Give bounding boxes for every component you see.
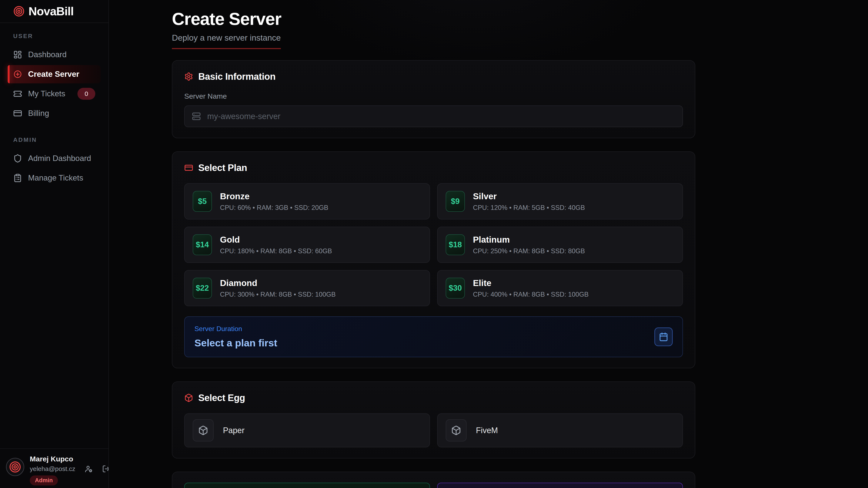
cube-icon: [193, 419, 214, 442]
plan-option-bronze[interactable]: $5 Bronze CPU: 60% • RAM: 3GB • SSD: 20G…: [184, 183, 430, 220]
server-duration-value: Select a plan first: [194, 337, 277, 349]
select-egg-card: Select Egg Paper FiveM: [172, 382, 695, 458]
tickets-count-badge: 0: [78, 88, 95, 100]
plan-name: Silver: [473, 191, 585, 201]
balance-summary-card: Current Balance Balance After Purchase: [172, 471, 695, 488]
server-duration-panel: Server Duration Select a plan first: [184, 316, 683, 357]
select-egg-heading: Select Egg: [198, 393, 245, 403]
plan-option-diamond[interactable]: $22 Diamond CPU: 300% • RAM: 8GB • SSD: …: [184, 270, 430, 306]
brand[interactable]: NovaBill: [0, 0, 108, 23]
plan-name: Platinum: [473, 235, 585, 245]
user-email: yeleha@post.cz: [30, 465, 75, 473]
duration-calendar-button[interactable]: [654, 327, 673, 346]
egg-grid: Paper FiveM: [184, 413, 683, 447]
plan-specs: CPU: 180% • RAM: 8GB • SSD: 60GB: [220, 247, 332, 255]
server-name-input[interactable]: [207, 111, 675, 121]
egg-option-paper[interactable]: Paper: [184, 413, 430, 447]
sidebar-item-manage-tickets[interactable]: Manage Tickets: [8, 169, 101, 187]
page-subtitle: Deploy a new server instance: [172, 33, 281, 49]
sidebar-item-dashboard[interactable]: Dashboard: [8, 45, 101, 64]
balance-after-purchase-box: Balance After Purchase: [437, 483, 683, 488]
cube-icon: [446, 419, 467, 442]
sidebar-nav: USER Dashboard Create Server My Tickets …: [0, 23, 108, 449]
plan-name: Diamond: [220, 278, 336, 288]
plan-price: $9: [446, 191, 465, 212]
page-title: Create Server: [172, 10, 695, 28]
plan-price: $5: [193, 191, 212, 212]
plan-name: Elite: [473, 278, 589, 288]
nav-section-admin-label: ADMIN: [13, 136, 95, 143]
plan-name: Gold: [220, 235, 332, 245]
user-settings-button[interactable]: [85, 465, 93, 473]
logout-button[interactable]: [102, 465, 109, 473]
calendar-icon: [659, 332, 668, 341]
user-name: Marej Kupco: [30, 455, 100, 463]
server-duration-label: Server Duration: [194, 325, 277, 333]
plan-option-platinum[interactable]: $18 Platinum CPU: 250% • RAM: 8GB • SSD:…: [437, 227, 683, 263]
plan-specs: CPU: 60% • RAM: 3GB • SSD: 20GB: [220, 204, 328, 212]
clipboard-list-icon: [13, 173, 22, 183]
sidebar-item-admin-dashboard[interactable]: Admin Dashboard: [8, 149, 101, 168]
brand-logo-icon: [13, 5, 25, 18]
egg-option-fivem[interactable]: FiveM: [437, 413, 683, 447]
circle-plus-icon: [13, 70, 22, 79]
app-root: NovaBill USER Dashboard Create Server: [0, 0, 868, 488]
user-info: Marej Kupco yeleha@post.cz Admin: [30, 455, 100, 485]
select-plan-heading: Select Plan: [198, 162, 247, 173]
sidebar-item-label: Admin Dashboard: [28, 154, 91, 163]
sidebar: NovaBill USER Dashboard Create Server: [0, 0, 109, 488]
shield-icon: [13, 154, 22, 163]
avatar: [6, 458, 24, 476]
egg-name: FiveM: [476, 426, 498, 435]
plan-price: $30: [446, 278, 465, 298]
plan-specs: CPU: 400% • RAM: 8GB • SSD: 100GB: [473, 291, 589, 298]
plan-price: $22: [193, 278, 212, 298]
plan-option-gold[interactable]: $14 Gold CPU: 180% • RAM: 8GB • SSD: 60G…: [184, 227, 430, 263]
current-balance-box: Current Balance: [184, 483, 430, 488]
plan-price: $14: [193, 234, 212, 255]
sidebar-item-label: Create Server: [28, 70, 80, 79]
server-name-label: Server Name: [184, 92, 683, 100]
credit-card-icon: [13, 109, 22, 118]
dashboard-icon: [13, 50, 22, 59]
main-content: Create Server Deploy a new server instan…: [109, 0, 868, 488]
plan-name: Bronze: [220, 191, 328, 201]
basic-information-heading: Basic Information: [198, 71, 276, 82]
sidebar-item-label: My Tickets: [28, 89, 65, 98]
sidebar-item-create-server[interactable]: Create Server: [8, 65, 101, 83]
sidebar-item-label: Dashboard: [28, 50, 67, 59]
sidebar-user-panel: Marej Kupco yeleha@post.cz Admin: [0, 449, 108, 488]
sidebar-item-label: Manage Tickets: [28, 173, 83, 183]
sidebar-item-label: Billing: [28, 109, 49, 118]
server-icon: [192, 112, 201, 121]
package-icon: [184, 393, 193, 402]
plan-specs: CPU: 250% • RAM: 8GB • SSD: 80GB: [473, 247, 585, 255]
egg-name: Paper: [223, 426, 244, 435]
credit-card-icon: [184, 163, 193, 172]
plan-option-elite[interactable]: $30 Elite CPU: 400% • RAM: 8GB • SSD: 10…: [437, 270, 683, 306]
nav-section-user-label: USER: [13, 33, 95, 39]
plan-option-silver[interactable]: $9 Silver CPU: 120% • RAM: 5GB • SSD: 40…: [437, 183, 683, 220]
select-plan-card: Select Plan $5 Bronze CPU: 60% • RAM: 3G…: [172, 152, 695, 368]
plan-grid: $5 Bronze CPU: 60% • RAM: 3GB • SSD: 20G…: [184, 183, 683, 306]
brand-name: NovaBill: [29, 4, 73, 18]
user-cog-icon: [85, 465, 93, 473]
plan-specs: CPU: 120% • RAM: 5GB • SSD: 40GB: [473, 204, 585, 212]
sidebar-item-billing[interactable]: Billing: [8, 104, 101, 123]
plan-specs: CPU: 300% • RAM: 8GB • SSD: 100GB: [220, 291, 336, 298]
logout-icon: [102, 465, 109, 473]
sidebar-item-my-tickets[interactable]: My Tickets 0: [8, 85, 101, 103]
server-name-field: [184, 105, 683, 127]
role-badge: Admin: [30, 476, 58, 485]
gear-icon: [184, 72, 193, 81]
plan-price: $18: [446, 234, 465, 255]
basic-information-card: Basic Information Server Name: [172, 60, 695, 138]
ticket-icon: [13, 89, 22, 98]
